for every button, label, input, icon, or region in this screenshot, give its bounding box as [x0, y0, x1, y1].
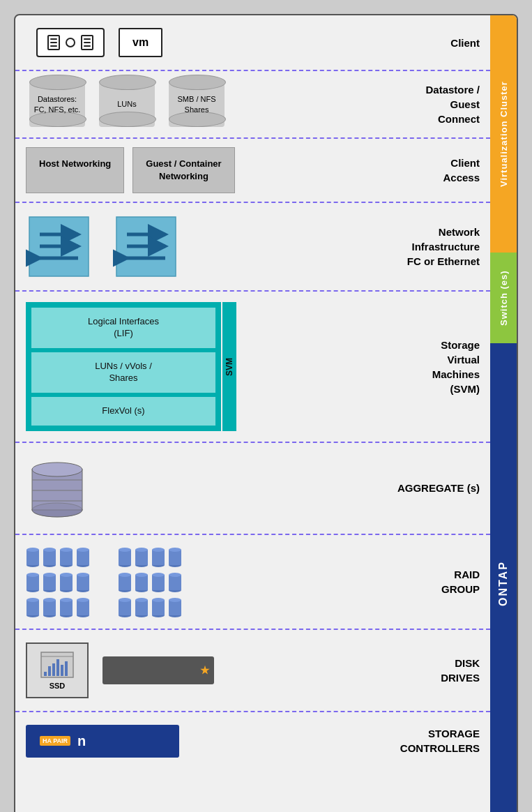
guest-networking-box: Guest / ContainerNetworking: [132, 147, 234, 193]
disk-g2-8: [168, 571, 182, 593]
disk-3: [59, 546, 73, 568]
svg-rect-89: [48, 666, 51, 676]
svg-point-32: [43, 573, 56, 577]
switch-2-icon: [113, 213, 179, 280]
disk-7: [59, 571, 73, 593]
svg-rect-28: [26, 575, 39, 590]
client-section: vm Client: [15, 15, 490, 71]
svg-point-20: [43, 548, 56, 552]
disk-1: [26, 546, 40, 568]
main-content: vm Client Datastores: FC, NFS, etc. LUNs: [15, 15, 490, 812]
virtualization-cluster-label: Virtualization Cluster: [490, 15, 517, 253]
disk-g2-12: [168, 596, 182, 618]
svg-point-29: [26, 573, 39, 577]
right-labels: Virtualization Cluster Switch (es) ONTAP: [490, 15, 517, 812]
aggregate-icon: [26, 456, 89, 521]
svm-inner: Logical Interfaces(LIF) LUNs / vVols /Sh…: [31, 308, 215, 425]
disk-g2-3: [151, 546, 165, 568]
svg-point-35: [60, 573, 73, 577]
switch-1-icon: [26, 213, 92, 280]
svg-point-23: [60, 548, 73, 552]
bar-line: [84, 42, 91, 43]
controller-box: HA PAIR n: [26, 725, 179, 758]
svg-rect-61: [169, 550, 181, 565]
svg-rect-91: [56, 659, 59, 676]
server-circle-icon: [66, 38, 75, 47]
disk-9: [26, 596, 40, 618]
svg-rect-16: [26, 550, 39, 565]
bar-line: [84, 45, 91, 47]
svg-point-77: [119, 598, 131, 602]
svg-point-74: [169, 573, 181, 577]
drive-items: SSD: [26, 642, 214, 698]
svg-rect-25: [77, 550, 89, 565]
disk-6: [43, 571, 56, 593]
datastore-label: Datastore /GuestConnect: [386, 82, 480, 126]
svg-point-71: [152, 573, 165, 577]
ha-pair-label: HA PAIR: [40, 736, 70, 746]
bar-1: [47, 35, 60, 50]
svg-point-10: [32, 463, 82, 476]
svg-point-65: [119, 573, 131, 577]
svg-rect-22: [60, 550, 73, 565]
bar-line: [50, 45, 57, 47]
disk-8: [76, 571, 90, 593]
aggregate-label: AGGREGATE (s): [386, 481, 480, 495]
disk-g2-10: [135, 596, 149, 618]
svm-label: StorageVirtualMachines(SVM): [386, 338, 480, 396]
svm-box: Logical Interfaces(LIF) LUNs / vVols /Sh…: [26, 302, 221, 430]
bar-line: [50, 38, 57, 40]
svg-rect-88: [44, 672, 47, 676]
svg-rect-76: [119, 600, 131, 615]
svm-flexvol-row: FlexVol (s): [31, 397, 215, 426]
raid-group-2: [118, 546, 182, 618]
svg-point-47: [60, 598, 73, 602]
svg-rect-85: [169, 600, 181, 615]
client-access-label: ClientAccess: [386, 156, 480, 185]
cylinder-group: Datastores: FC, NFS, etc. LUNs SMB / NFS…: [29, 82, 225, 127]
datastores-label: Datastores: FC, NFS, etc.: [29, 94, 85, 114]
svg-point-38: [77, 573, 89, 577]
raid-label: RAIDGROUP: [386, 567, 480, 596]
svg-rect-49: [77, 600, 89, 615]
luns-cylinder: LUNs: [99, 82, 155, 127]
svg-point-41: [26, 598, 39, 602]
client-label: Client: [386, 36, 480, 50]
disk-g2-9: [118, 596, 132, 618]
server-rack-icon: [36, 28, 105, 57]
svg-rect-67: [135, 575, 148, 590]
datastores-cylinder: Datastores: FC, NFS, etc.: [29, 82, 85, 127]
access-section: Host Networking Guest / ContainerNetwork…: [15, 139, 490, 203]
cylinder-smb: SMB / NFSShares: [169, 82, 225, 127]
ssd-label: SSD: [50, 682, 66, 690]
disk-g2-4: [168, 546, 182, 568]
luns-label: LUNs: [114, 99, 139, 109]
svg-rect-46: [60, 600, 73, 615]
vm-icon: vm: [119, 28, 162, 57]
drives-section: SSD DISKDRIVES: [15, 630, 490, 712]
storage-controllers-label: STORAGECONTROLLERS: [386, 726, 480, 755]
switch-icons: [26, 213, 179, 280]
raid-section: RAIDGROUP: [15, 535, 490, 630]
svm-luns-row: LUNs / vVols /Shares: [31, 352, 215, 393]
disk-g2-6: [135, 571, 149, 593]
disk-g2-5: [118, 571, 132, 593]
svm-container: Logical Interfaces(LIF) LUNs / vVols /Sh…: [26, 302, 221, 430]
aggregate-disk-svg: [26, 456, 89, 518]
bar-2: [81, 35, 93, 50]
hdd-bolt-icon: [200, 666, 210, 675]
controllers-section: HA PAIR n STORAGECONTROLLERS: [15, 712, 490, 770]
access-boxes: Host Networking Guest / ContainerNetwork…: [26, 147, 235, 193]
disk-11: [59, 596, 73, 618]
ssd-chart-icon: [40, 651, 75, 679]
raid-group-1: [26, 546, 90, 618]
svg-rect-55: [135, 550, 148, 565]
svg-rect-52: [119, 550, 131, 565]
svg-point-83: [152, 598, 165, 602]
svg-rect-70: [152, 575, 165, 590]
svg-rect-79: [135, 600, 148, 615]
netapp-logo-icon: n: [77, 733, 86, 749]
svm-side-label: SVM: [222, 302, 236, 430]
smb-cylinder: SMB / NFSShares: [169, 82, 225, 127]
svg-rect-58: [152, 550, 165, 565]
